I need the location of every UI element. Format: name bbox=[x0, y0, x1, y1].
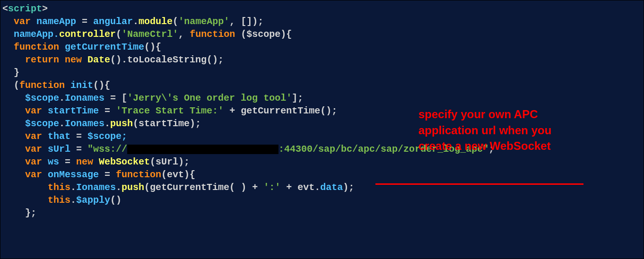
code-token: this bbox=[48, 195, 70, 206]
code-token: push bbox=[110, 118, 133, 129]
code-token: = bbox=[76, 16, 93, 27]
code-token: this bbox=[48, 182, 70, 193]
code-token: = bbox=[99, 105, 116, 116]
code-token: function bbox=[190, 29, 235, 40]
code-token: ($scope){ bbox=[235, 29, 292, 40]
code-token: push bbox=[122, 182, 144, 193]
code-token: . bbox=[116, 182, 122, 193]
code-token: (evt){ bbox=[161, 169, 195, 180]
code-token: 'nameApp' bbox=[178, 16, 229, 27]
code-token: }; bbox=[25, 207, 36, 218]
code-token: nameApp. bbox=[14, 29, 59, 40]
code-token: . bbox=[70, 182, 76, 193]
code-token: ':' bbox=[263, 182, 280, 193]
code-token: onMessage bbox=[42, 169, 99, 180]
code-token: (startTime); bbox=[133, 118, 201, 129]
code-token: $scope bbox=[25, 118, 59, 129]
code-token: < bbox=[2, 3, 8, 14]
code-token: var bbox=[14, 16, 31, 27]
code-token: return bbox=[25, 54, 59, 65]
annotation-text: specify your own APC application url whe… bbox=[418, 106, 551, 154]
code-token: () bbox=[110, 195, 122, 206]
code-token: var bbox=[25, 169, 42, 180]
code-token: sUrl bbox=[42, 144, 70, 155]
code-token: WebSocket bbox=[93, 156, 150, 167]
code-token: script bbox=[8, 3, 42, 14]
code-token: controller bbox=[59, 29, 116, 40]
code-token: nameApp bbox=[31, 16, 76, 27]
redacted-host bbox=[127, 145, 278, 154]
code-token: (){ bbox=[93, 80, 110, 91]
code-token: function bbox=[116, 169, 161, 180]
code-token: 'NameCtrl' bbox=[122, 29, 178, 40]
code-token: angular bbox=[93, 16, 133, 27]
code-token: . bbox=[70, 195, 76, 206]
annotation-line: application url when you bbox=[418, 124, 551, 137]
code-token: ( bbox=[14, 80, 19, 91]
code-token: , [] bbox=[229, 16, 252, 27]
code-token: } bbox=[14, 67, 19, 78]
code-token: startTime bbox=[42, 105, 99, 116]
code-token: var bbox=[25, 131, 42, 142]
code-token: $scope bbox=[25, 93, 59, 104]
code-token: ); bbox=[343, 182, 354, 193]
code-token: (sUrl); bbox=[150, 156, 190, 167]
code-token: (){ bbox=[144, 42, 161, 52]
code-token: ( bbox=[173, 16, 178, 27]
code-token: that bbox=[42, 131, 70, 142]
code-token: var bbox=[25, 144, 42, 155]
code-token: ); bbox=[252, 16, 263, 27]
code-token: function bbox=[14, 42, 59, 52]
code-token: (getCurrentTime( ) + bbox=[144, 182, 263, 193]
code-token: var bbox=[25, 105, 42, 116]
code-token: ( bbox=[116, 29, 122, 40]
code-token: Ionames bbox=[65, 118, 104, 129]
code-token: $scope; bbox=[87, 131, 127, 142]
code-token: = bbox=[99, 169, 116, 180]
code-token: "wss:// bbox=[87, 144, 127, 155]
code-token: . bbox=[59, 93, 65, 104]
annotation-line: specify your own APC bbox=[418, 108, 538, 121]
code-token: ws bbox=[42, 156, 59, 167]
code-token: Date bbox=[82, 54, 110, 65]
code-token: var bbox=[25, 156, 42, 167]
code-token: Ionames bbox=[65, 93, 104, 104]
code-token: = bbox=[70, 144, 87, 155]
code-token: new bbox=[76, 156, 93, 167]
code-token: , bbox=[178, 29, 190, 40]
code-token: module bbox=[139, 16, 173, 27]
code-token: new bbox=[59, 54, 82, 65]
code-token: ]; bbox=[292, 93, 303, 104]
annotation-line: create a new WebSocket bbox=[418, 139, 551, 152]
code-token: = [ bbox=[104, 93, 127, 104]
annotation-underline bbox=[375, 183, 583, 185]
code-token: 'Jerry\'s One order log tool' bbox=[127, 93, 292, 104]
code-token: 'Trace Start Time:' bbox=[116, 105, 224, 116]
code-token: Ionames bbox=[76, 182, 116, 193]
code-token: + getCurrentTime(); bbox=[224, 105, 337, 116]
code-token: = bbox=[59, 156, 76, 167]
code-token: . bbox=[104, 118, 110, 129]
code-token: init bbox=[65, 80, 93, 91]
code-token: > bbox=[42, 3, 48, 14]
code-token: $apply bbox=[76, 195, 110, 206]
code-token: + evt. bbox=[280, 182, 320, 193]
code-token: ().toLocaleString(); bbox=[110, 54, 224, 65]
code-token: . bbox=[133, 16, 139, 27]
code-token: data bbox=[320, 182, 343, 193]
code-token: = bbox=[70, 131, 87, 142]
code-token: getCurrentTime bbox=[59, 42, 144, 52]
code-token: . bbox=[59, 118, 65, 129]
code-token: function bbox=[19, 80, 65, 91]
